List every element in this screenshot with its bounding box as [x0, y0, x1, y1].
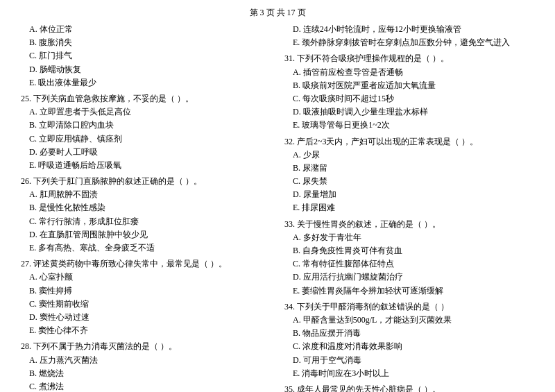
option: E. 消毒时间应在3小时以上	[284, 367, 534, 380]
page-footer: 第 3 页 共 17 页	[21, 7, 534, 19]
question-block: 35. 成年人最常见的先天性心脏病是（ ）。A. 法洛四联症B. 房间隔缺损C.…	[284, 383, 534, 392]
option: A. 体位正常	[21, 23, 271, 36]
option: B. 燃烧法	[21, 367, 271, 380]
option: C. 立即应用镇静、镇痉剂	[21, 133, 271, 146]
option: C. 常有特征性腹部体征特点	[284, 257, 534, 271]
option: E. 排尿困难	[284, 201, 534, 214]
question-title: 32. 产后2~3天内，产妇可以出现的正常表现是（ ）。	[284, 135, 534, 148]
option: B. 腹胀消失	[21, 36, 271, 49]
option: C. 浓度和温度对消毒效果影响	[284, 340, 534, 353]
question-block: 33. 关于慢性胃炎的叙述，正确的是（ ）。A. 多好发于青壮年B. 自身免疫性…	[284, 218, 534, 298]
question-title: 27. 评述黄类药物中毒所致心律失常中，最常见是（ ）。	[21, 257, 271, 271]
option: D. 在直肠肛管周围脓肿中较少见	[21, 228, 271, 241]
question-title: 28. 下列不属于热力消毒灭菌法的是（ ）。	[21, 340, 271, 353]
option: B. 尿潴留	[284, 162, 534, 175]
option: C. 尿失禁	[284, 175, 534, 188]
question-block: 32. 产后2~3天内，产妇可以出现的正常表现是（ ）。A. 少尿B. 尿潴留C…	[284, 135, 534, 215]
question-title: 25. 下列关病血管急救按摩施，不妥的是（ ）。	[21, 92, 271, 105]
option: B. 是慢性化脓性感染	[21, 201, 271, 214]
question-block: D. 连续24小时轮流时，应每12小时更换输液管E. 颈外静脉穿刺拔管时在穿刺点…	[284, 23, 534, 49]
option: D. 尿量增加	[284, 188, 534, 201]
option: B. 吸痰前对医院严重者应适加大氧流量	[284, 79, 534, 92]
question-title: 31. 下列不符合吸痰护理操作规程的是（ ）。	[284, 52, 534, 65]
option: D. 肠蠕动恢复	[21, 63, 271, 76]
option: B. 自身免疫性胃炎可伴有贫血	[284, 244, 534, 257]
question-block: 28. 下列不属于热力消毒灭菌法的是（ ）。A. 压力蒸汽灭菌法B. 燃烧法C.…	[21, 340, 271, 392]
option: E. 玻璃导管每日更换1~2次	[284, 119, 534, 132]
columns-layout: A. 体位正常B. 腹胀消失C. 肛门排气D. 肠蠕动恢复E. 吸出液体量最少2…	[21, 23, 534, 392]
question-block: A. 体位正常B. 腹胀消失C. 肛门排气D. 肠蠕动恢复E. 吸出液体量最少	[21, 23, 271, 90]
left-column: A. 体位正常B. 腹胀消失C. 肛门排气D. 肠蠕动恢复E. 吸出液体量最少2…	[21, 23, 271, 392]
right-column: D. 连续24小时轮流时，应每12小时更换输液管E. 颈外静脉穿刺拔管时在穿刺点…	[284, 23, 534, 392]
option: E. 窦性心律不齐	[21, 324, 271, 337]
footer-text: 第 3 页 共 17 页	[250, 8, 306, 17]
question-block: 27. 评述黄类药物中毒所致心律失常中，最常见是（ ）。A. 心室扑颤B. 窦性…	[21, 257, 271, 337]
option: D. 吸液抽吸时调入少量生理盐水标样	[284, 105, 534, 119]
option: B. 立即清除口腔内血块	[21, 119, 271, 132]
option: E. 吸出液体量最少	[21, 76, 271, 90]
option: D. 窦性心动过速	[21, 311, 271, 324]
option: C. 每次吸痰时间不超过15秒	[284, 92, 534, 105]
option: E. 多有高热、寒战、全身疲乏不适	[21, 241, 271, 255]
option: A. 肛周脓肿不固溃	[21, 188, 271, 201]
question-block: 26. 下列关于肛门直肠脓肿的叙述正确的是（ ）。A. 肛周脓肿不固溃B. 是慢…	[21, 175, 271, 255]
question-block: 25. 下列关病血管急救按摩施，不妥的是（ ）。A. 立即置患者于头低足高位B.…	[21, 92, 271, 172]
option: B. 窦性抑搏	[21, 284, 271, 298]
option: A. 少尿	[284, 148, 534, 162]
option: D. 必要时人工呼吸	[21, 146, 271, 159]
option: E. 呼吸道通畅后给压吸氧	[21, 159, 271, 172]
option: D. 可用于空气消毒	[284, 354, 534, 367]
option: A. 压力蒸汽灭菌法	[21, 354, 271, 367]
option: E. 萎缩性胃炎隔年令辨加轻状可逐渐缓解	[284, 284, 534, 298]
option: A. 甲醛含量达到500g/L，才能达到灭菌效果	[284, 314, 534, 327]
option: A. 插管前应检查导管是否通畅	[284, 66, 534, 79]
question-title: 35. 成年人最常见的先天性心脏病是（ ）。	[284, 383, 534, 392]
option: C. 煮沸法	[21, 380, 271, 392]
option: C. 肛门排气	[21, 49, 271, 62]
page-container: 第 3 页 共 17 页 A. 体位正常B. 腹胀消失C. 肛门排气D. 肠蠕动…	[0, 0, 555, 392]
option: D. 连续24小时轮流时，应每12小时更换输液管	[284, 23, 534, 36]
option: A. 心室扑颤	[21, 271, 271, 284]
option: C. 常行行脓清，形成肛位肛瘘	[21, 215, 271, 228]
option: B. 物品应摆开消毒	[284, 327, 534, 340]
option: E. 颈外静脉穿刺拔管时在穿刺点加压数分钟，避免空气进入	[284, 36, 534, 49]
option: D. 应用活行抗幽门螺旋菌治疗	[284, 271, 534, 284]
question-title: 26. 下列关于肛门直肠脓肿的叙述正确的是（ ）。	[21, 175, 271, 188]
question-block: 34. 下列关于甲醛消毒剂的叙述错误的是（ ）A. 甲醛含量达到500g/L，才…	[284, 300, 534, 380]
question-block: 31. 下列不符合吸痰护理操作规程的是（ ）。A. 插管前应检查导管是否通畅B.…	[284, 52, 534, 132]
question-title: 33. 关于慢性胃炎的叙述，正确的是（ ）。	[284, 218, 534, 231]
option: C. 窦性期前收缩	[21, 298, 271, 311]
option: A. 立即置患者于头低足高位	[21, 105, 271, 119]
option: A. 多好发于青壮年	[284, 231, 534, 244]
question-title: 34. 下列关于甲醛消毒剂的叙述错误的是（ ）	[284, 300, 534, 314]
